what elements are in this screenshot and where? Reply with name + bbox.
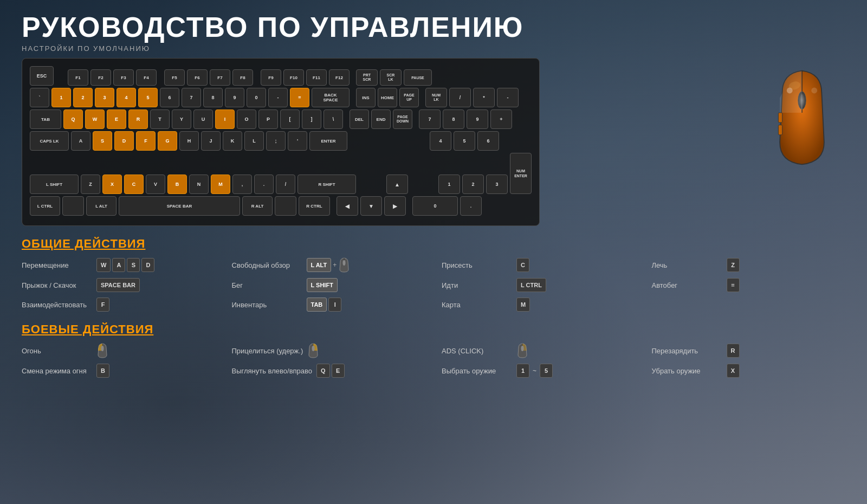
key-f4[interactable]: F4 — [136, 69, 157, 86]
key-f9[interactable]: F9 — [261, 69, 281, 86]
key-enter[interactable]: ENTER — [309, 131, 347, 151]
key-num7[interactable]: 7 — [419, 109, 441, 129]
key-rwin[interactable] — [275, 196, 296, 216]
key-j[interactable]: J — [201, 131, 221, 151]
key-lwin[interactable] — [62, 196, 84, 216]
key-num4[interactable]: 4 — [430, 131, 451, 151]
key-badge-m[interactable]: M — [516, 298, 530, 312]
key-semicolon[interactable]: ; — [266, 131, 286, 151]
key-del[interactable]: DEL — [350, 109, 369, 129]
key-badge-lctrl[interactable]: L CTRL — [516, 278, 546, 292]
key-2[interactable]: 2 — [73, 88, 93, 107]
key-numdot[interactable]: . — [460, 196, 482, 216]
key-pause[interactable]: PAUSE — [404, 69, 432, 86]
key-y[interactable]: Y — [172, 109, 191, 129]
key-f1[interactable]: F1 — [68, 69, 88, 86]
key-a[interactable]: A — [71, 131, 90, 151]
key-badge-lshift[interactable]: L SHIFT — [307, 278, 338, 292]
key-f10[interactable]: F10 — [283, 69, 304, 86]
key-num6[interactable]: 6 — [477, 131, 499, 151]
key-badge-tab[interactable]: TAB — [307, 298, 327, 312]
key-scrlk[interactable]: SCRLK — [380, 69, 402, 86]
key-ralt[interactable]: R ALT — [242, 196, 273, 216]
key-p[interactable]: P — [258, 109, 278, 129]
key-u[interactable]: U — [193, 109, 213, 129]
key-l[interactable]: L — [244, 131, 264, 151]
key-f12[interactable]: F12 — [329, 69, 350, 86]
key-ins[interactable]: INS — [356, 88, 376, 107]
key-f8[interactable]: F8 — [232, 69, 253, 86]
key-num1[interactable]: 1 — [438, 175, 460, 194]
key-badge-z[interactable]: Z — [727, 258, 740, 272]
key-quote[interactable]: ' — [288, 131, 307, 151]
key-e[interactable]: E — [107, 109, 126, 129]
key-f5[interactable]: F5 — [164, 69, 185, 86]
key-f3[interactable]: F3 — [113, 69, 134, 86]
key-7[interactable]: 7 — [182, 88, 201, 107]
key-r[interactable]: R — [128, 109, 148, 129]
key-badge-q[interactable]: Q — [316, 364, 330, 378]
key-w[interactable]: W — [85, 109, 105, 129]
key-c[interactable]: C — [124, 175, 144, 194]
key-num9[interactable]: 9 — [467, 109, 488, 129]
key-badge-w[interactable]: W — [96, 258, 111, 272]
key-rctrl[interactable]: R CTRL — [299, 196, 330, 216]
key-6[interactable]: 6 — [160, 88, 179, 107]
key-g[interactable]: G — [158, 131, 177, 151]
key-badge-e-lean[interactable]: E — [332, 364, 345, 378]
key-badge-1-weapon[interactable]: 1 — [516, 364, 529, 378]
key-left[interactable]: ◀ — [337, 196, 358, 216]
key-4[interactable]: 4 — [117, 88, 136, 107]
key-d[interactable]: D — [114, 131, 134, 151]
key-down[interactable]: ▼ — [360, 196, 382, 216]
key-pgdn[interactable]: PAGEDOWN — [393, 109, 412, 129]
key-badge-r[interactable]: R — [727, 344, 740, 358]
key-9[interactable]: 9 — [225, 88, 244, 107]
key-badge-i[interactable]: I — [328, 298, 341, 312]
key-home[interactable]: HOME — [378, 88, 397, 107]
key-prtscr[interactable]: PRTSCR — [356, 69, 378, 86]
key-lctrl[interactable]: L CTRL — [30, 196, 60, 216]
key-h[interactable]: H — [179, 131, 199, 151]
key-badge-f[interactable]: F — [96, 298, 109, 312]
key-v[interactable]: V — [146, 175, 165, 194]
key-num5[interactable]: 5 — [454, 131, 475, 151]
key-5[interactable]: 5 — [138, 88, 158, 107]
key-capslock[interactable]: CAPS LK — [30, 131, 69, 151]
key-0[interactable]: 0 — [247, 88, 266, 107]
key-f11[interactable]: F11 — [306, 69, 327, 86]
key-badge-a[interactable]: A — [112, 258, 125, 272]
key-period[interactable]: . — [254, 175, 274, 194]
key-z[interactable]: Z — [81, 175, 100, 194]
key-f6[interactable]: F6 — [187, 69, 208, 86]
key-t[interactable]: T — [150, 109, 170, 129]
key-badge-5-weapon[interactable]: 5 — [540, 364, 553, 378]
key-num0[interactable]: 0 — [412, 196, 458, 216]
key-q[interactable]: Q — [63, 109, 83, 129]
key-comma[interactable]: , — [232, 175, 252, 194]
key-b[interactable]: B — [167, 175, 187, 194]
key-lshift[interactable]: L SHIFT — [30, 175, 79, 194]
key-s[interactable]: S — [93, 131, 112, 151]
key-numslash[interactable]: / — [449, 88, 471, 107]
key-backspace[interactable]: BACKSPACE — [312, 88, 350, 107]
key-numminus[interactable]: - — [497, 88, 519, 107]
key-numplus[interactable]: + — [490, 109, 512, 129]
key-numstar[interactable]: * — [473, 88, 495, 107]
key-3[interactable]: 3 — [95, 88, 114, 107]
key-n[interactable]: N — [189, 175, 209, 194]
key-esc[interactable]: ESC — [30, 66, 54, 86]
key-backslash[interactable]: \ — [323, 109, 343, 129]
key-f7[interactable]: F7 — [210, 69, 230, 86]
key-up[interactable]: ▲ — [386, 175, 408, 194]
key-m[interactable]: M — [211, 175, 230, 194]
key-space[interactable]: SPACE BAR — [119, 196, 240, 216]
key-i[interactable]: I — [215, 109, 235, 129]
key-f[interactable]: F — [136, 131, 156, 151]
key-badge-space[interactable]: SPACE BAR — [96, 278, 140, 292]
key-badge-equals[interactable]: = — [727, 278, 740, 292]
key-x[interactable]: X — [102, 175, 122, 194]
key-badge-s[interactable]: S — [127, 258, 140, 272]
key-numenter[interactable]: NUMENTER — [510, 153, 532, 194]
key-badge-c[interactable]: C — [516, 258, 529, 272]
